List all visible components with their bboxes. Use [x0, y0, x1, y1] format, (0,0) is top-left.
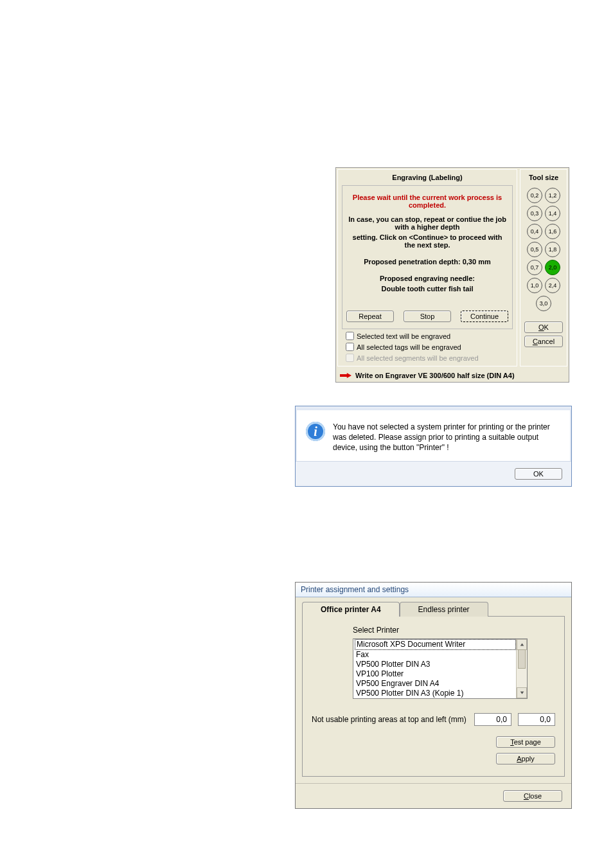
engraving-dialog: Engraving (Labeling) Please wait until t… [335, 167, 569, 383]
margin-left-input[interactable]: 0,0 [518, 713, 555, 726]
repeat-button[interactable]: Repeat [346, 311, 394, 322]
checkbox-selected-text[interactable]: Selected text will be engraved [346, 332, 511, 340]
tool-size-1-4[interactable]: 1,4 [545, 206, 560, 221]
printer-item[interactable]: VP500 Plotter DIN A3 [355, 660, 516, 669]
tool-size-0-2[interactable]: 0,2 [527, 188, 542, 203]
info-dialog: i You have not selected a system printer… [295, 406, 572, 487]
checkbox-selected-segments: All selected segments will be engraved [346, 354, 511, 362]
checkbox-selected-text-input[interactable] [346, 332, 354, 340]
printer-item[interactable]: VP500 Plotter DIN A3 (Kopie 1) [355, 689, 516, 698]
cancel-button[interactable]: Cancel [524, 336, 563, 347]
tool-size-0-3[interactable]: 0,3 [527, 206, 542, 221]
printer-dialog-title: Printer assignment and settings [296, 583, 571, 597]
tab-office-printer[interactable]: Office printer A4 [302, 602, 400, 617]
scroll-up-icon[interactable] [517, 639, 527, 650]
printer-dialog: Printer assignment and settings Office p… [295, 582, 572, 809]
tool-size-1-6[interactable]: 1,6 [545, 224, 560, 239]
info-text: You have not selected a system printer f… [333, 422, 561, 453]
ok-button[interactable]: OK [524, 321, 563, 333]
tool-size-grid: 0,21,20,31,40,41,60,51,80,72,01,02,43,0 [522, 188, 565, 311]
tool-size-1-8[interactable]: 1,8 [545, 242, 560, 257]
printer-listbox[interactable]: Microsoft XPS Document WriterFaxVP500 Pl… [353, 638, 528, 699]
proposed-needle-label: Proposed engraving needle: [346, 275, 508, 282]
select-printer-label: Select Printer [353, 626, 555, 635]
close-button[interactable]: Close [503, 790, 562, 802]
scroll-down-icon[interactable] [517, 687, 527, 698]
tab-endless-printer[interactable]: Endless printer [400, 602, 488, 617]
printer-item[interactable]: VP100 Plotter [355, 669, 516, 679]
tool-size-0-7[interactable]: 0,7 [527, 260, 542, 275]
stop-button[interactable]: Stop [404, 311, 451, 322]
scrollbar[interactable] [516, 639, 527, 698]
tool-size-0-4[interactable]: 0,4 [527, 224, 542, 239]
engraving-line2: setting. Click on <Continue> to proceed … [346, 233, 508, 249]
checkbox-selected-segments-input [346, 354, 354, 362]
info-icon: i [306, 422, 325, 441]
checkbox-selected-text-label: Selected text will be engraved [357, 332, 450, 340]
scroll-thumb[interactable] [518, 649, 526, 669]
engraving-line1: In case, you can stop, repeat or contiue… [346, 215, 508, 231]
engraving-title: Engraving (Labeling) [342, 172, 513, 185]
test-page-button[interactable]: Test page [496, 736, 555, 748]
engraving-warning: Please wait until the current work proce… [346, 194, 508, 209]
printer-item[interactable]: Fax [355, 650, 516, 660]
proposed-depth: Proposed penetration depth: 0,30 mm [346, 258, 508, 266]
checkbox-selected-segments-label: All selected segments will be engraved [357, 354, 479, 362]
info-ok-button[interactable]: OK [515, 468, 562, 480]
tool-size-title: Tool size [522, 172, 565, 185]
continue-button[interactable]: Continue [461, 311, 508, 322]
printer-item[interactable]: VP500 Engraver DIN A4 [355, 679, 516, 689]
checkbox-selected-tags-label: All selected tags will be engraved [357, 343, 461, 351]
tool-size-1-2[interactable]: 1,2 [545, 188, 560, 203]
tool-size-1-0[interactable]: 1,0 [527, 278, 542, 293]
checkbox-selected-tags-input[interactable] [346, 343, 354, 351]
apply-button[interactable]: Apply [496, 753, 555, 764]
engraving-footer: Write on Engraver VE 300/600 half size (… [355, 372, 515, 379]
arrow-right-icon [340, 373, 351, 378]
margin-top-input[interactable]: 0,0 [474, 713, 511, 726]
proposed-needle-value: Double tooth cutter fish tail [346, 285, 508, 293]
tool-size-2-0[interactable]: 2,0 [545, 260, 560, 275]
printer-item[interactable]: Microsoft XPS Document Writer [355, 639, 516, 650]
tool-size-3-0[interactable]: 3,0 [536, 296, 551, 311]
tool-size-2-4[interactable]: 2,4 [545, 278, 560, 293]
checkbox-selected-tags[interactable]: All selected tags will be engraved [346, 343, 511, 351]
margins-label: Not usable printing areas at top and lef… [312, 715, 468, 724]
tool-size-0-5[interactable]: 0,5 [527, 242, 542, 257]
